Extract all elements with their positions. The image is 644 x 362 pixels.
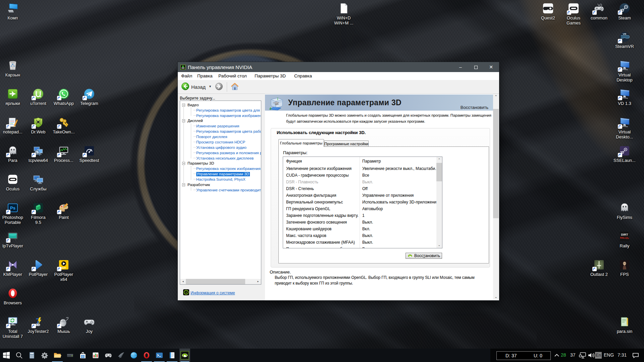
svg-text:VR: VR	[623, 33, 627, 36]
svg-text:2.0: 2.0	[626, 237, 629, 239]
svg-text:DiRT: DiRT	[621, 233, 628, 236]
svg-text:i: i	[186, 291, 187, 294]
svg-text:Ps: Ps	[10, 205, 15, 210]
svg-text:ayer: ayer	[61, 266, 66, 269]
